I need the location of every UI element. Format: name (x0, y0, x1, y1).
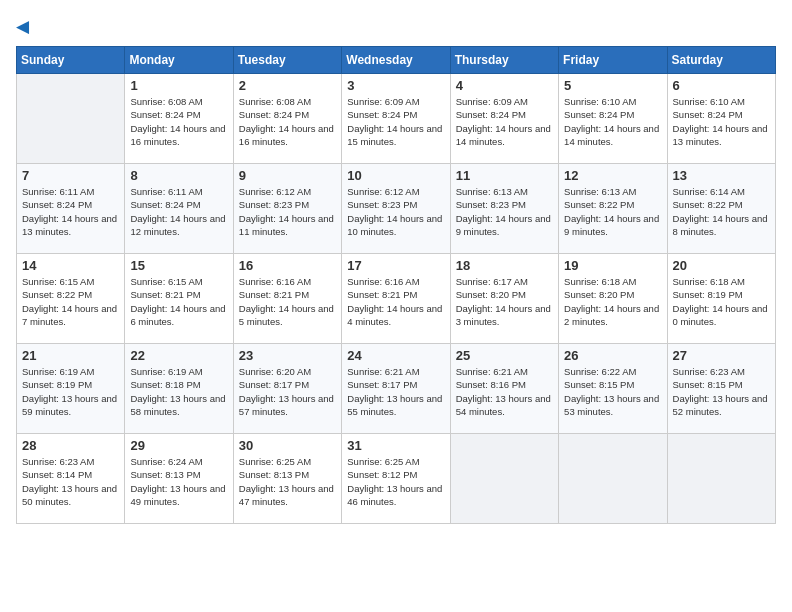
calendar-cell: 16Sunrise: 6:16 AMSunset: 8:21 PMDayligh… (233, 254, 341, 344)
day-number: 1 (130, 78, 227, 93)
day-info: Sunrise: 6:17 AMSunset: 8:20 PMDaylight:… (456, 275, 553, 328)
day-info: Sunrise: 6:19 AMSunset: 8:19 PMDaylight:… (22, 365, 119, 418)
logo-icon: ◀ (16, 16, 38, 38)
calendar-cell: 28Sunrise: 6:23 AMSunset: 8:14 PMDayligh… (17, 434, 125, 524)
calendar-cell: 5Sunrise: 6:10 AMSunset: 8:24 PMDaylight… (559, 74, 667, 164)
calendar-cell (17, 74, 125, 164)
day-number: 2 (239, 78, 336, 93)
calendar-cell (559, 434, 667, 524)
day-number: 24 (347, 348, 444, 363)
calendar-cell: 1Sunrise: 6:08 AMSunset: 8:24 PMDaylight… (125, 74, 233, 164)
calendar-cell: 26Sunrise: 6:22 AMSunset: 8:15 PMDayligh… (559, 344, 667, 434)
page-header: ◀ (16, 16, 776, 38)
calendar-cell: 29Sunrise: 6:24 AMSunset: 8:13 PMDayligh… (125, 434, 233, 524)
day-number: 18 (456, 258, 553, 273)
day-number: 25 (456, 348, 553, 363)
day-info: Sunrise: 6:19 AMSunset: 8:18 PMDaylight:… (130, 365, 227, 418)
day-info: Sunrise: 6:21 AMSunset: 8:16 PMDaylight:… (456, 365, 553, 418)
calendar-header-wednesday: Wednesday (342, 47, 450, 74)
day-number: 28 (22, 438, 119, 453)
day-info: Sunrise: 6:16 AMSunset: 8:21 PMDaylight:… (239, 275, 336, 328)
day-info: Sunrise: 6:22 AMSunset: 8:15 PMDaylight:… (564, 365, 661, 418)
day-info: Sunrise: 6:20 AMSunset: 8:17 PMDaylight:… (239, 365, 336, 418)
logo: ◀ (16, 16, 42, 38)
calendar-header-friday: Friday (559, 47, 667, 74)
calendar-header-saturday: Saturday (667, 47, 775, 74)
calendar-week-row: 28Sunrise: 6:23 AMSunset: 8:14 PMDayligh… (17, 434, 776, 524)
day-info: Sunrise: 6:11 AMSunset: 8:24 PMDaylight:… (130, 185, 227, 238)
day-number: 31 (347, 438, 444, 453)
calendar-week-row: 21Sunrise: 6:19 AMSunset: 8:19 PMDayligh… (17, 344, 776, 434)
day-number: 17 (347, 258, 444, 273)
calendar-cell: 3Sunrise: 6:09 AMSunset: 8:24 PMDaylight… (342, 74, 450, 164)
day-info: Sunrise: 6:10 AMSunset: 8:24 PMDaylight:… (564, 95, 661, 148)
day-info: Sunrise: 6:08 AMSunset: 8:24 PMDaylight:… (239, 95, 336, 148)
calendar-cell: 8Sunrise: 6:11 AMSunset: 8:24 PMDaylight… (125, 164, 233, 254)
calendar-cell: 14Sunrise: 6:15 AMSunset: 8:22 PMDayligh… (17, 254, 125, 344)
calendar-header-thursday: Thursday (450, 47, 558, 74)
day-info: Sunrise: 6:08 AMSunset: 8:24 PMDaylight:… (130, 95, 227, 148)
calendar-cell (667, 434, 775, 524)
calendar-cell: 25Sunrise: 6:21 AMSunset: 8:16 PMDayligh… (450, 344, 558, 434)
calendar-cell: 11Sunrise: 6:13 AMSunset: 8:23 PMDayligh… (450, 164, 558, 254)
day-number: 11 (456, 168, 553, 183)
day-number: 29 (130, 438, 227, 453)
day-number: 16 (239, 258, 336, 273)
day-info: Sunrise: 6:25 AMSunset: 8:12 PMDaylight:… (347, 455, 444, 508)
calendar-cell: 7Sunrise: 6:11 AMSunset: 8:24 PMDaylight… (17, 164, 125, 254)
calendar-cell: 17Sunrise: 6:16 AMSunset: 8:21 PMDayligh… (342, 254, 450, 344)
day-number: 8 (130, 168, 227, 183)
day-number: 27 (673, 348, 770, 363)
calendar-cell: 13Sunrise: 6:14 AMSunset: 8:22 PMDayligh… (667, 164, 775, 254)
calendar-cell: 31Sunrise: 6:25 AMSunset: 8:12 PMDayligh… (342, 434, 450, 524)
day-number: 15 (130, 258, 227, 273)
day-number: 22 (130, 348, 227, 363)
day-info: Sunrise: 6:25 AMSunset: 8:13 PMDaylight:… (239, 455, 336, 508)
day-info: Sunrise: 6:14 AMSunset: 8:22 PMDaylight:… (673, 185, 770, 238)
calendar-cell: 24Sunrise: 6:21 AMSunset: 8:17 PMDayligh… (342, 344, 450, 434)
day-number: 21 (22, 348, 119, 363)
calendar-header-row: SundayMondayTuesdayWednesdayThursdayFrid… (17, 47, 776, 74)
calendar-header-tuesday: Tuesday (233, 47, 341, 74)
calendar-cell: 21Sunrise: 6:19 AMSunset: 8:19 PMDayligh… (17, 344, 125, 434)
day-number: 7 (22, 168, 119, 183)
calendar-cell: 15Sunrise: 6:15 AMSunset: 8:21 PMDayligh… (125, 254, 233, 344)
calendar-cell: 12Sunrise: 6:13 AMSunset: 8:22 PMDayligh… (559, 164, 667, 254)
calendar-week-row: 7Sunrise: 6:11 AMSunset: 8:24 PMDaylight… (17, 164, 776, 254)
calendar-cell: 18Sunrise: 6:17 AMSunset: 8:20 PMDayligh… (450, 254, 558, 344)
day-number: 5 (564, 78, 661, 93)
day-number: 14 (22, 258, 119, 273)
calendar-cell: 6Sunrise: 6:10 AMSunset: 8:24 PMDaylight… (667, 74, 775, 164)
day-info: Sunrise: 6:13 AMSunset: 8:22 PMDaylight:… (564, 185, 661, 238)
day-info: Sunrise: 6:13 AMSunset: 8:23 PMDaylight:… (456, 185, 553, 238)
day-number: 4 (456, 78, 553, 93)
calendar-week-row: 1Sunrise: 6:08 AMSunset: 8:24 PMDaylight… (17, 74, 776, 164)
day-info: Sunrise: 6:18 AMSunset: 8:19 PMDaylight:… (673, 275, 770, 328)
day-info: Sunrise: 6:10 AMSunset: 8:24 PMDaylight:… (673, 95, 770, 148)
calendar-table: SundayMondayTuesdayWednesdayThursdayFrid… (16, 46, 776, 524)
day-info: Sunrise: 6:21 AMSunset: 8:17 PMDaylight:… (347, 365, 444, 418)
day-number: 26 (564, 348, 661, 363)
day-number: 23 (239, 348, 336, 363)
calendar-cell: 9Sunrise: 6:12 AMSunset: 8:23 PMDaylight… (233, 164, 341, 254)
day-number: 20 (673, 258, 770, 273)
calendar-week-row: 14Sunrise: 6:15 AMSunset: 8:22 PMDayligh… (17, 254, 776, 344)
calendar-cell: 4Sunrise: 6:09 AMSunset: 8:24 PMDaylight… (450, 74, 558, 164)
day-info: Sunrise: 6:11 AMSunset: 8:24 PMDaylight:… (22, 185, 119, 238)
calendar-cell: 22Sunrise: 6:19 AMSunset: 8:18 PMDayligh… (125, 344, 233, 434)
day-info: Sunrise: 6:24 AMSunset: 8:13 PMDaylight:… (130, 455, 227, 508)
day-info: Sunrise: 6:16 AMSunset: 8:21 PMDaylight:… (347, 275, 444, 328)
day-number: 30 (239, 438, 336, 453)
day-info: Sunrise: 6:23 AMSunset: 8:15 PMDaylight:… (673, 365, 770, 418)
calendar-cell: 10Sunrise: 6:12 AMSunset: 8:23 PMDayligh… (342, 164, 450, 254)
calendar-header-monday: Monday (125, 47, 233, 74)
day-info: Sunrise: 6:18 AMSunset: 8:20 PMDaylight:… (564, 275, 661, 328)
calendar-cell: 2Sunrise: 6:08 AMSunset: 8:24 PMDaylight… (233, 74, 341, 164)
day-info: Sunrise: 6:15 AMSunset: 8:22 PMDaylight:… (22, 275, 119, 328)
svg-text:◀: ◀ (16, 16, 30, 36)
day-info: Sunrise: 6:09 AMSunset: 8:24 PMDaylight:… (347, 95, 444, 148)
day-number: 19 (564, 258, 661, 273)
calendar-cell: 27Sunrise: 6:23 AMSunset: 8:15 PMDayligh… (667, 344, 775, 434)
calendar-cell: 20Sunrise: 6:18 AMSunset: 8:19 PMDayligh… (667, 254, 775, 344)
calendar-cell: 19Sunrise: 6:18 AMSunset: 8:20 PMDayligh… (559, 254, 667, 344)
